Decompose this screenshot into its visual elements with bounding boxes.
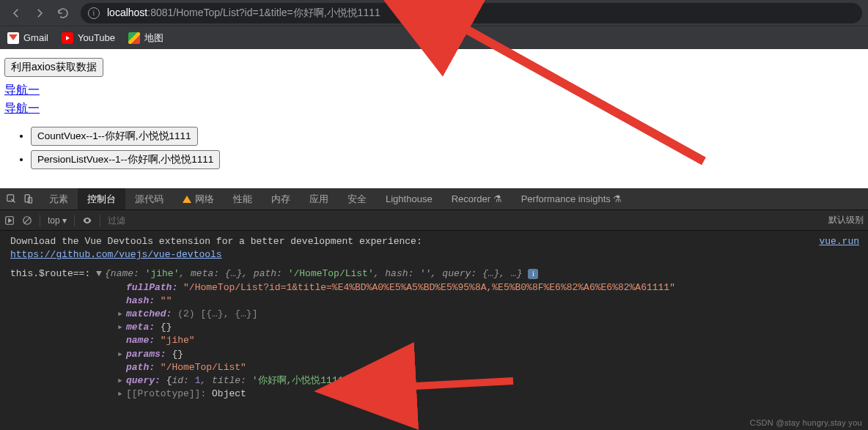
tab-console[interactable]: 控制台 (78, 188, 125, 210)
console-line: ▸matched: (2) [{…}, {…}] (0, 308, 868, 321)
list-item: CountVuex--1--你好啊,小悦悦1111 (31, 127, 864, 146)
console-line: ▸params: {} (0, 348, 868, 361)
context-dropdown[interactable]: top ▾ (48, 215, 67, 226)
console-line: ▸meta: {} (0, 321, 868, 334)
tab-lighthouse[interactable]: Lighthouse (376, 188, 442, 210)
reload-icon[interactable] (53, 3, 73, 23)
route-button-list: CountVuex--1--你好啊,小悦悦1111 PersionListVue… (4, 127, 864, 169)
nav-links: 导航一 导航一 (4, 83, 864, 116)
bookmark-gmail[interactable]: Gmail (7, 32, 48, 44)
list-item: PersionListVuex--1--你好啊,小悦悦1111 (31, 150, 864, 169)
tab-security[interactable]: 安全 (338, 188, 376, 210)
devtools-inspect-icons (0, 188, 40, 210)
url-path: :8081/HomeTop/List?id=1&title=你好啊,小悦悦111… (147, 7, 380, 18)
tab-label: 网络 (195, 193, 214, 206)
console-line: hash: "" (0, 294, 868, 308)
console-line: path: "/HomeTop/List" (0, 361, 868, 374)
back-icon[interactable] (6, 3, 26, 23)
browser-toolbar: i localhost:8081/HomeTop/List?id=1&title… (0, 0, 868, 26)
devtools-tabs: 元素 控制台 源代码 网络 性能 内存 应用 安全 Lighthouse Rec… (0, 188, 868, 210)
page-content: 利用axios获取数据 导航一 导航一 CountVuex--1--你好啊,小悦… (0, 49, 868, 188)
nav-link-1[interactable]: 导航一 (4, 83, 864, 98)
svg-rect-1 (25, 195, 29, 202)
console-line: Download the Vue Devtools extension for … (0, 235, 868, 248)
gmail-icon (7, 32, 19, 44)
bookmark-label: YouTube (78, 32, 115, 43)
watermark-text: CSDN @stay hungry,stay you (750, 418, 862, 427)
play-icon[interactable] (4, 215, 15, 226)
url-host: localhost (107, 7, 147, 18)
bookmark-maps[interactable]: 地图 (128, 31, 163, 45)
console-line: https://github.com/vuejs/vue-devtools (0, 248, 868, 262)
console-output: vue.run Download the Vue Devtools extens… (0, 231, 868, 430)
console-line: this.$route==: ▼{name: 'jihe', meta: {…}… (0, 267, 868, 281)
bookmark-label: 地图 (144, 31, 163, 45)
persion-list-vuex-button[interactable]: PersionListVuex--1--你好啊,小悦悦1111 (31, 150, 220, 169)
log-level-dropdown[interactable]: 默认级别 (828, 214, 864, 226)
tab-recorder[interactable]: Recorder ⚗ (442, 188, 512, 210)
separator (40, 215, 40, 226)
eye-icon[interactable] (82, 215, 92, 226)
tab-network[interactable]: 网络 (173, 188, 224, 210)
tab-sources[interactable]: 源代码 (125, 188, 173, 210)
warning-icon (183, 196, 191, 203)
tab-elements[interactable]: 元素 (40, 188, 78, 210)
inspect-element-icon[interactable] (6, 193, 17, 204)
console-line: ▸query: {id: 1, title: '你好啊,小悦悦1111'} (0, 374, 868, 388)
tab-performance[interactable]: 性能 (224, 188, 262, 210)
console-line: fullPath: "/HomeTop/List?id=1&title=%E4%… (0, 281, 868, 294)
devtools-link[interactable]: https://github.com/vuejs/vue-devtools (10, 249, 222, 260)
tab-perf-insights[interactable]: Performance insights ⚗ (512, 188, 632, 210)
site-info-icon[interactable]: i (88, 7, 100, 19)
bookmarks-bar: Gmail YouTube 地图 (0, 26, 868, 49)
url-text: localhost:8081/HomeTop/List?id=1&title=你… (107, 7, 380, 20)
tab-application[interactable]: 应用 (300, 188, 338, 210)
console-filter-bar: top ▾ 默认级别 (0, 210, 868, 231)
info-badge-icon[interactable]: i (528, 269, 538, 279)
fetch-data-button[interactable]: 利用axios获取数据 (4, 58, 103, 77)
omnibox[interactable]: i localhost:8081/HomeTop/List?id=1&title… (81, 3, 862, 23)
tab-memory[interactable]: 内存 (262, 188, 300, 210)
maps-icon (128, 32, 140, 44)
youtube-icon (62, 32, 73, 44)
count-vuex-button[interactable]: CountVuex--1--你好啊,小悦悦1111 (31, 127, 198, 146)
device-toggle-icon[interactable] (23, 193, 34, 204)
source-link[interactable]: vue.run (819, 235, 868, 248)
bookmark-label: Gmail (23, 32, 48, 43)
clear-console-icon[interactable] (22, 215, 32, 226)
console-line: ▸[[Prototype]]: Object (0, 388, 868, 401)
bookmark-youtube[interactable]: YouTube (62, 32, 115, 44)
forward-icon[interactable] (29, 3, 50, 23)
separator (100, 215, 100, 226)
devtools-panel: 元素 控制台 源代码 网络 性能 内存 应用 安全 Lighthouse Rec… (0, 188, 868, 430)
separator (74, 215, 75, 226)
console-line: name: "jihe" (0, 334, 868, 347)
filter-input[interactable] (108, 215, 196, 226)
nav-link-2[interactable]: 导航一 (4, 101, 864, 116)
